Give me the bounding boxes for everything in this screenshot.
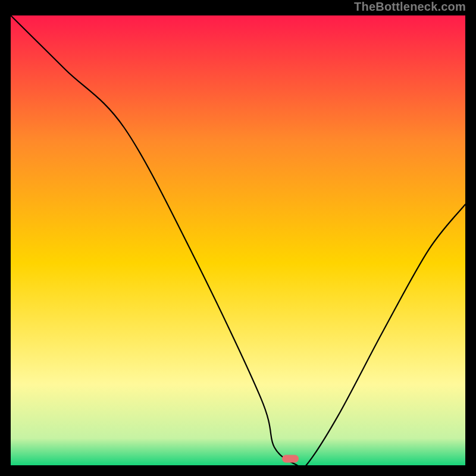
plot-area (11, 15, 465, 465)
optimum-marker (282, 455, 299, 462)
chart-svg (11, 15, 465, 465)
chart-frame: TheBottleneck.com (0, 0, 476, 476)
watermark-text: TheBottleneck.com (354, 0, 466, 14)
gradient-background (11, 15, 465, 465)
